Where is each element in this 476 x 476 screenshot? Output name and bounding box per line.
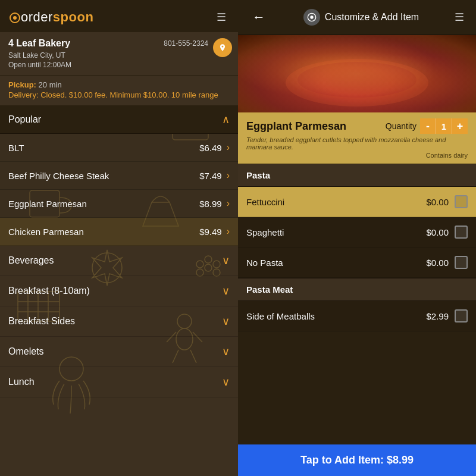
menu-item-name: Eggplant Parmesan: [8, 199, 87, 209]
pasta-group-header: Pasta: [238, 164, 476, 187]
chevron-right-icon: ›: [227, 226, 230, 237]
menu-item-name: Beef Philly Cheese Steak: [8, 171, 109, 181]
chevron-right-icon: ›: [227, 142, 230, 153]
option-price: $0.00: [426, 227, 449, 237]
restaurant-hours: Salt Lake City, UT 801-555-2324: [8, 51, 230, 60]
option-right: $0.00: [426, 226, 468, 239]
menu-item-eggplant[interactable]: Eggplant Parmesan $8.99 ›: [0, 190, 238, 218]
food-image: [238, 35, 476, 112]
option-price: $0.00: [426, 258, 449, 268]
menu-item-philly[interactable]: Beef Philly Cheese Steak $7.49 ›: [0, 162, 238, 190]
left-panel: orderspoon ☰ 4 Leaf Bakery Salt Lake Cit…: [0, 0, 238, 476]
menu-item-price: $7.49: [199, 171, 222, 181]
category-chevron: ∨: [222, 345, 230, 358]
popular-section-header[interactable]: Popular ∧: [0, 106, 238, 134]
restaurant-phone: 801-555-2324: [164, 39, 208, 48]
svg-point-25: [310, 15, 313, 18]
add-item-button[interactable]: Tap to Add Item: $8.99: [238, 444, 476, 476]
pickup-line: Pickup: 20 min: [8, 80, 230, 89]
popular-section-title: Popular: [8, 114, 41, 125]
category-breakfast-sides[interactable]: Breakfast Sides ∨: [0, 306, 238, 337]
option-name: Side of Meatballs: [246, 311, 315, 321]
item-detail-name: Eggplant Parmesan: [246, 120, 346, 133]
category-chevron: ∨: [222, 284, 230, 298]
restaurant-info: 4 Leaf Bakery Salt Lake City, UT 801-555…: [0, 32, 238, 76]
category-name: Omelets: [8, 346, 44, 357]
delivery-info: Pickup: 20 min Delivery: Closed. $10.00 …: [0, 76, 238, 106]
popular-chevron: ∧: [222, 113, 230, 126]
right-title: Customize & Add Item: [303, 9, 419, 26]
svg-point-27: [298, 62, 416, 98]
restaurant-open-hours: Open until 12:00AM: [8, 61, 230, 69]
menu-item-right: $8.99 ›: [199, 198, 230, 209]
left-header: orderspoon ☰: [0, 0, 238, 32]
option-name: Spaghetti: [246, 227, 284, 237]
option-fettuccini[interactable]: Fettuccini $0.00: [238, 187, 476, 217]
location-icon: [218, 43, 227, 52]
logo-order: order: [21, 10, 53, 24]
logo-spoon: spoon: [53, 10, 94, 24]
option-checkbox[interactable]: [455, 256, 468, 269]
menu-item-name: Chicken Parmesan: [8, 227, 84, 237]
chevron-right-icon: ›: [227, 198, 230, 209]
quantity-plus-button[interactable]: +: [452, 118, 468, 134]
category-name: Beverages: [8, 255, 54, 266]
menu-item-blt[interactable]: BLT $6.49 ›: [0, 134, 238, 162]
quantity-control: - 1 +: [420, 118, 468, 134]
quantity-label: Quantity: [386, 121, 416, 131]
category-name: Lunch: [8, 377, 35, 387]
menu-item-right: $6.49 ›: [199, 142, 230, 153]
menu-item-price: $9.49: [199, 227, 222, 237]
category-chevron: ∨: [222, 315, 230, 328]
menu-item-right: $9.49 ›: [199, 226, 230, 237]
option-price: $2.99: [426, 311, 449, 321]
option-right: $0.00: [426, 256, 468, 269]
option-right: $0.00: [426, 195, 468, 208]
category-beverages[interactable]: Beverages ∨: [0, 246, 238, 276]
options-section: Pasta Fettuccini $0.00 Spaghetti $0.00 N…: [238, 164, 476, 444]
contains-dairy: Contains dairy: [246, 152, 468, 159]
pickup-time: 20 min: [39, 80, 62, 89]
quantity-minus-button[interactable]: -: [420, 118, 436, 134]
option-name: No Pasta: [246, 258, 283, 268]
logo: orderspoon: [10, 10, 93, 25]
menu-item-name: BLT: [8, 143, 24, 153]
category-chevron: ∨: [222, 254, 230, 267]
menu-item-chicken[interactable]: Chicken Parmesan $9.49 ›: [0, 218, 238, 246]
location-button[interactable]: [213, 38, 232, 57]
category-name: Breakfast (8-10am): [8, 286, 90, 296]
spoon-header-icon: [303, 9, 320, 26]
option-name: Fettuccini: [246, 197, 284, 207]
right-menu-button[interactable]: ☰: [452, 8, 466, 26]
category-lunch[interactable]: Lunch ∨: [0, 367, 238, 397]
quantity-display: 1: [436, 118, 452, 134]
category-breakfast[interactable]: Breakfast (8-10am) ∨: [0, 276, 238, 306]
option-spaghetti[interactable]: Spaghetti $0.00: [238, 217, 476, 248]
menu-item-right: $7.49 ›: [199, 170, 230, 181]
delivery-line: Delivery: Closed. $10.00 fee. Minimum $1…: [8, 90, 230, 99]
menu-item-price: $8.99: [199, 199, 222, 209]
category-name: Breakfast Sides: [8, 316, 75, 327]
back-button[interactable]: ←: [248, 8, 270, 26]
option-checkbox[interactable]: [455, 226, 468, 239]
item-detail-section: Eggplant Parmesan Quantity - 1 + Tender,…: [238, 112, 476, 164]
quantity-area: Quantity - 1 +: [386, 118, 468, 134]
option-meatballs[interactable]: Side of Meatballs $2.99: [238, 301, 476, 331]
left-menu-button[interactable]: ☰: [214, 8, 228, 26]
item-description: Tender, breaded eggplant cutlets topped …: [246, 136, 468, 151]
option-no-pasta[interactable]: No Pasta $0.00: [238, 248, 476, 278]
option-right: $2.99: [426, 309, 468, 322]
category-chevron: ∨: [222, 375, 230, 389]
logo-icon: [10, 12, 20, 23]
right-header: ← Customize & Add Item ☰: [238, 0, 476, 35]
pasta-meat-group-header: Pasta Meat: [238, 278, 476, 301]
right-panel: ← Customize & Add Item ☰ Eggplant Parmes…: [238, 0, 476, 476]
right-title-text: Customize & Add Item: [325, 12, 419, 23]
category-omelets[interactable]: Omelets ∨: [0, 337, 238, 367]
chevron-right-icon: ›: [227, 170, 230, 181]
option-checkbox[interactable]: [455, 309, 468, 322]
item-detail-top: Eggplant Parmesan Quantity - 1 +: [246, 118, 468, 134]
option-price: $0.00: [426, 197, 449, 207]
menu-section: Popular ∧ BLT $6.49 › Beef Philly Cheese…: [0, 106, 238, 476]
option-checkbox[interactable]: [455, 195, 468, 208]
